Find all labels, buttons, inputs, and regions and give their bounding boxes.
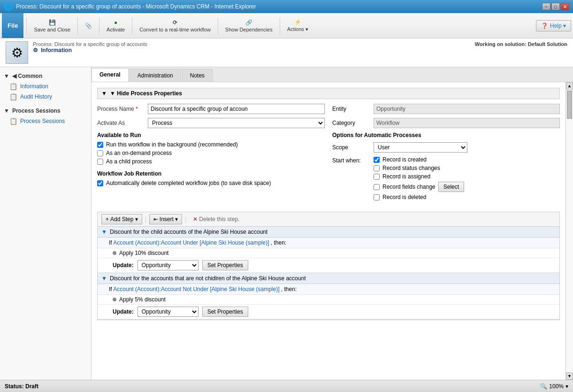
attach-icon: 📎 bbox=[85, 23, 92, 29]
step-1-action-text: Apply 10% discount bbox=[119, 250, 168, 256]
step-1-bullet bbox=[113, 251, 116, 255]
steps-toolbar-sep2: | bbox=[184, 216, 187, 223]
scroll-down-button[interactable]: ▼ bbox=[566, 372, 573, 380]
cb-background[interactable] bbox=[97, 142, 103, 148]
step-1-set-props-button[interactable]: Set Properties bbox=[202, 260, 248, 270]
show-deps-button[interactable]: 🔗 Show Dependencies bbox=[221, 15, 277, 37]
step-2-set-props-button[interactable]: Set Properties bbox=[202, 307, 248, 317]
sidebar-item-audit-history[interactable]: 📋 Audit History bbox=[0, 92, 91, 102]
process-name-input[interactable] bbox=[148, 104, 325, 114]
step-1: ▼ Discount for the child accounts of the… bbox=[98, 227, 559, 273]
cb-record-status[interactable] bbox=[374, 165, 380, 171]
cb-record-fields[interactable] bbox=[374, 184, 380, 190]
entity-row: Entity Opportunity bbox=[332, 104, 560, 114]
toolbar: File 💾 Save and Close 📎 ● Activate ⟳ Con… bbox=[0, 13, 573, 38]
sidebar-item-process-sessions[interactable]: 📋 Process Sessions bbox=[0, 116, 91, 126]
common-section-header[interactable]: ▼ ◀ Common bbox=[0, 71, 91, 81]
zoom-dropdown-icon[interactable]: ▾ bbox=[565, 383, 568, 390]
cb-record-deleted[interactable] bbox=[374, 194, 380, 200]
minimize-button[interactable]: − bbox=[542, 3, 550, 10]
sidebar-item-information[interactable]: 📋 Information bbox=[0, 81, 91, 92]
tab-notes[interactable]: Notes bbox=[182, 69, 213, 82]
available-section: Available to Run Run this workflow in th… bbox=[97, 132, 325, 165]
sw-assigned-row: Record is assigned bbox=[374, 173, 464, 180]
toolbar-separator-3 bbox=[99, 17, 99, 34]
step-2-bullet bbox=[113, 298, 116, 301]
cb-child[interactable] bbox=[97, 159, 103, 165]
delete-step-button[interactable]: ✕ Delete this step. bbox=[189, 215, 243, 223]
hide-process-section[interactable]: ▼ ▼ Hide Process Properties bbox=[97, 88, 560, 99]
cb-ondemand[interactable] bbox=[97, 150, 103, 156]
options-section: Options for Automatic Processes Scope Us… bbox=[332, 132, 560, 200]
tab-general[interactable]: General bbox=[92, 68, 129, 82]
process-name-row: Process Name * bbox=[97, 104, 325, 114]
right-panel: General Administration Notes ▼ ▼ Hide Pr… bbox=[92, 67, 573, 380]
cb-record-created[interactable] bbox=[374, 157, 380, 163]
category-label: Category bbox=[332, 120, 370, 126]
content-area: ▼ ▼ Hide Process Properties Process Name… bbox=[92, 82, 565, 380]
activate-as-label: Activate As bbox=[97, 120, 144, 126]
retention-checkbox-row: Automatically delete completed workflow … bbox=[97, 180, 325, 186]
attach-button[interactable]: 📎 bbox=[81, 15, 96, 37]
retention-section: Workflow Job Retention Automatically del… bbox=[97, 170, 325, 186]
cb-ondemand-label: As an on-demand process bbox=[106, 150, 172, 156]
title-bar-controls: − □ ✕ bbox=[542, 3, 569, 10]
add-step-icon: + bbox=[106, 216, 109, 223]
category-row: Category Workflow bbox=[332, 118, 560, 128]
step-2-update-select[interactable]: Opportunity bbox=[138, 307, 199, 317]
page-title-icon: ⚙ bbox=[33, 47, 38, 54]
add-step-button[interactable]: + Add Step ▾ bbox=[101, 214, 142, 224]
step-1-condition: If Account (Account):Account Under [Alpi… bbox=[98, 238, 559, 248]
browser-icon: 🌐 bbox=[4, 2, 13, 11]
step-2-action-text: Apply 5% discount bbox=[119, 296, 166, 303]
toolbar-separator-2 bbox=[77, 17, 78, 34]
step-2-condition-link[interactable]: Account (Account):Account Not Under [Alp… bbox=[113, 286, 279, 292]
toolbar-separator-4 bbox=[132, 17, 132, 34]
step-1-update-select[interactable]: Opportunity bbox=[138, 260, 199, 270]
step-1-update-label: Update: bbox=[113, 262, 134, 269]
insert-button[interactable]: ⇤ Insert ▾ bbox=[149, 214, 182, 224]
audit-icon: 📋 bbox=[9, 93, 17, 100]
status-bar: Status: Draft 🔍 100% ▾ bbox=[0, 380, 573, 392]
tab-administration[interactable]: Administration bbox=[130, 69, 181, 82]
save-close-button[interactable]: 💾 Save and Close bbox=[30, 15, 75, 37]
checkbox-row-2: As an on-demand process bbox=[97, 150, 325, 156]
step-2-arrow-icon: ▼ bbox=[101, 275, 107, 282]
process-sessions-section-header[interactable]: ▼ Process Sessions bbox=[0, 106, 91, 116]
activate-button[interactable]: ● Activate bbox=[102, 15, 129, 37]
page-title: ⚙ Information bbox=[33, 47, 147, 54]
deps-icon: 🔗 bbox=[245, 19, 252, 26]
cb-retention[interactable] bbox=[97, 180, 103, 186]
tab-bar: General Administration Notes bbox=[92, 67, 573, 82]
step-1-condition-link[interactable]: Account (Account):Account Under [Alpine … bbox=[113, 239, 269, 246]
toolbar-separator-5 bbox=[218, 17, 218, 34]
step-2-header: ▼ Discount for the accounts that are not… bbox=[98, 273, 559, 284]
convert-button[interactable]: ⟳ Convert to a real-time workflow bbox=[135, 15, 215, 37]
select-button[interactable]: Select bbox=[438, 182, 464, 192]
scroll-thumb[interactable] bbox=[567, 91, 572, 119]
actions-button[interactable]: ⚡ Actions ▾ bbox=[283, 15, 313, 37]
header-text: Process: Discount for a specific group o… bbox=[33, 41, 147, 54]
activate-as-select[interactable]: Process bbox=[148, 118, 325, 128]
step-2-condition: If Account (Account):Account Not Under [… bbox=[98, 284, 559, 295]
help-button[interactable]: ❓ Help ▾ bbox=[536, 20, 571, 31]
header-icon: ⚙ bbox=[6, 41, 28, 64]
zoom-value: 100% bbox=[549, 383, 564, 390]
step-1-update: Update: Opportunity Set Properties bbox=[98, 258, 559, 273]
cb-record-assigned[interactable] bbox=[374, 174, 380, 180]
scope-select[interactable]: User bbox=[374, 142, 467, 153]
scroll-up-button[interactable]: ▲ bbox=[566, 82, 573, 90]
scroll-track bbox=[566, 90, 573, 372]
step-1-arrow-icon: ▼ bbox=[101, 229, 107, 235]
sw-created-label: Record is created bbox=[382, 156, 427, 163]
step-2-action: Apply 5% discount bbox=[98, 295, 559, 305]
file-button[interactable]: File bbox=[2, 13, 23, 38]
status-text: Status: Draft bbox=[5, 383, 38, 390]
zoom-area: 🔍 100% ▾ bbox=[540, 383, 568, 390]
working-on-label: Working on solution: Default Solution bbox=[475, 41, 567, 47]
sw-fields-label: Record fields change bbox=[382, 184, 435, 190]
close-button[interactable]: ✕ bbox=[561, 3, 569, 10]
help-icon: ❓ bbox=[541, 23, 548, 29]
checkbox-row-1: Run this workflow in the background (rec… bbox=[97, 141, 325, 148]
restore-button[interactable]: □ bbox=[551, 3, 560, 10]
